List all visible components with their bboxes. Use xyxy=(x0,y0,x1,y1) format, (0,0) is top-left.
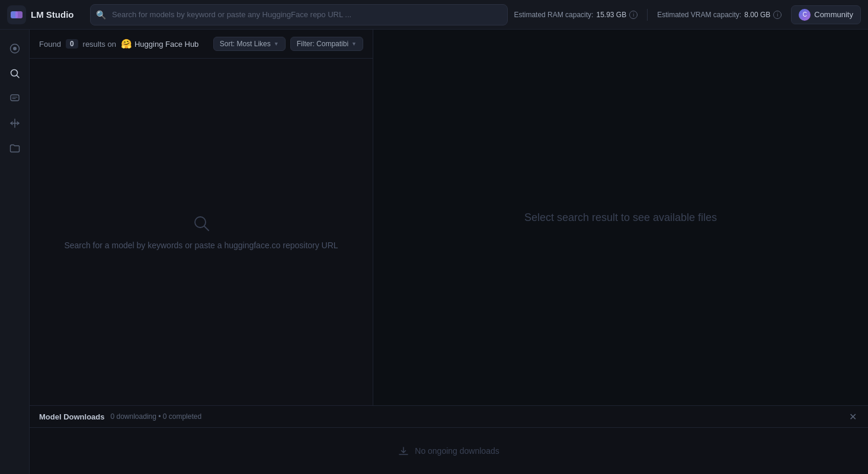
results-header: Found 0 results on 🤗 Hugging Face Hub So… xyxy=(30,30,373,59)
home-icon xyxy=(9,43,20,54)
download-icon xyxy=(398,446,409,456)
right-panel: Select search result to see available fi… xyxy=(373,30,868,405)
download-stats: 0 downloading • 0 completed xyxy=(111,412,202,421)
sort-dropdown[interactable]: Sort: Most Likes ▼ xyxy=(213,37,286,51)
vram-value: 8.00 GB xyxy=(744,11,770,19)
sidebar-item-chat[interactable] xyxy=(4,88,25,109)
close-downloads-button[interactable]: ✕ xyxy=(847,411,859,422)
svg-rect-2 xyxy=(15,11,23,18)
search-results-area: Found 0 results on 🤗 Hugging Face Hub So… xyxy=(30,30,868,405)
search-sidebar-icon xyxy=(9,68,20,79)
sidebar-item-folder[interactable] xyxy=(4,137,25,159)
filters-row: Sort: Most Likes ▼ Filter: Compatibi ▼ xyxy=(213,37,363,51)
app-logo-icon xyxy=(7,5,26,24)
search-bar-container: 🔍 xyxy=(90,4,508,25)
filter-dropdown[interactable]: Filter: Compatibi ▼ xyxy=(290,37,363,51)
vram-label: Estimated VRAM capacity: xyxy=(657,11,741,19)
svg-line-11 xyxy=(204,226,209,230)
svg-line-6 xyxy=(17,76,19,78)
svg-point-5 xyxy=(11,70,17,76)
found-count: 0 xyxy=(66,39,78,49)
folder-icon xyxy=(9,143,20,153)
hf-hub-badge: 🤗 Hugging Face Hub xyxy=(121,39,198,49)
chat-icon xyxy=(9,93,20,104)
app-logo-area: LM Studio xyxy=(7,5,84,24)
downloads-header: Model Downloads 0 downloading • 0 comple… xyxy=(30,406,868,428)
empty-state-text: Search for a model by keywords or paste … xyxy=(64,241,338,250)
community-avatar-icon: C xyxy=(799,9,811,21)
ram-label: Estimated RAM capacity: xyxy=(514,11,593,19)
sort-chevron-icon: ▼ xyxy=(274,41,279,47)
sidebar-item-expand[interactable] xyxy=(4,113,25,134)
ram-info-icon[interactable]: i xyxy=(629,11,638,19)
resize-icon xyxy=(9,118,20,129)
model-search-input[interactable] xyxy=(90,4,508,25)
filter-label: Filter: Compatibi xyxy=(297,40,348,48)
left-panel: Found 0 results on 🤗 Hugging Face Hub So… xyxy=(30,30,373,405)
results-on-label: results on xyxy=(83,40,116,49)
content-area: Found 0 results on 🤗 Hugging Face Hub So… xyxy=(30,30,868,474)
capacity-divider xyxy=(647,9,648,21)
community-label: Community xyxy=(814,10,853,19)
ram-capacity: Estimated RAM capacity: 15.93 GB i xyxy=(514,11,638,19)
svg-rect-7 xyxy=(11,95,19,101)
model-downloads-label: Model Downloads xyxy=(39,412,105,421)
sidebar xyxy=(0,30,30,474)
svg-point-4 xyxy=(13,47,17,50)
ram-value: 15.93 GB xyxy=(596,11,626,19)
app-title: LM Studio xyxy=(31,9,73,20)
vram-capacity: Estimated VRAM capacity: 8.00 GB i xyxy=(657,11,781,19)
sidebar-item-search[interactable] xyxy=(4,63,25,84)
select-result-placeholder: Select search result to see available fi… xyxy=(524,212,717,224)
header-right: Estimated RAM capacity: 15.93 GB i Estim… xyxy=(514,5,861,24)
vram-info-icon[interactable]: i xyxy=(773,11,781,19)
top-bar: LM Studio 🔍 Estimated RAM capacity: 15.9… xyxy=(0,0,868,30)
main-body: Found 0 results on 🤗 Hugging Face Hub So… xyxy=(0,30,868,474)
community-button[interactable]: C Community xyxy=(791,5,861,24)
found-label: Found xyxy=(39,40,61,49)
no-downloads-area: No ongoing downloads xyxy=(30,428,868,474)
filter-chevron-icon: ▼ xyxy=(351,41,357,47)
empty-state: Search for a model by keywords or paste … xyxy=(30,59,373,405)
no-downloads-label: No ongoing downloads xyxy=(415,446,499,456)
empty-search-icon xyxy=(193,214,210,232)
sort-label: Sort: Most Likes xyxy=(220,40,271,48)
sidebar-item-home[interactable] xyxy=(4,38,25,59)
hf-hub-label: Hugging Face Hub xyxy=(134,40,198,49)
hf-emoji-icon: 🤗 xyxy=(121,39,132,49)
bottom-bar: Model Downloads 0 downloading • 0 comple… xyxy=(30,405,868,474)
